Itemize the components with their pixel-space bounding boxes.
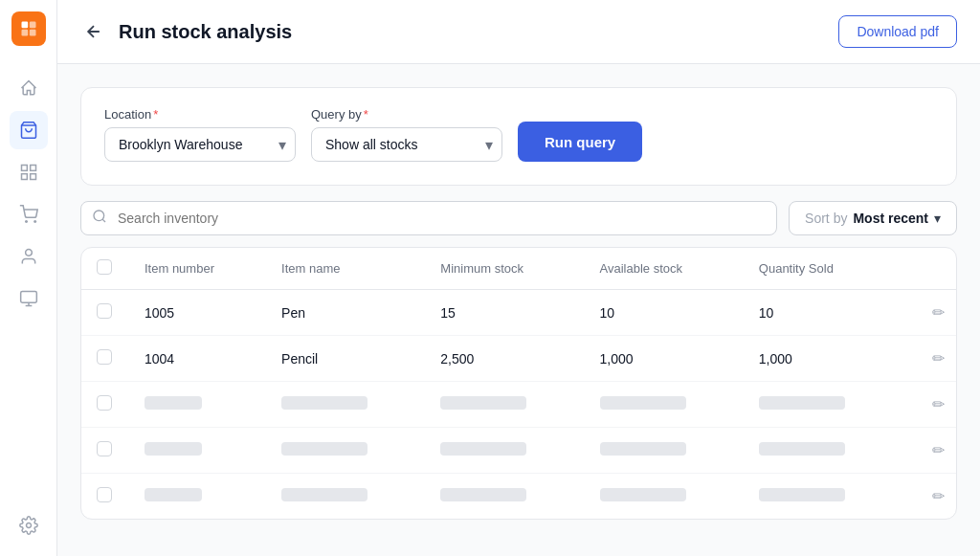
svg-rect-7 [21, 174, 27, 180]
skeleton-edit[interactable]: ✏ [902, 428, 956, 474]
row-checkbox-0[interactable] [97, 303, 112, 319]
sidebar-item-user[interactable] [10, 237, 48, 276]
cell-edit[interactable]: ✏ [902, 336, 956, 382]
svg-rect-5 [21, 166, 27, 171]
query-label: Query by* [311, 107, 502, 122]
edit-icon[interactable]: ✏ [932, 396, 945, 412]
location-select-wrapper: Brooklyn Warehouse Manhattan Store Queen… [104, 127, 296, 162]
query-select[interactable]: Show all stocks Low stock Out of stock [311, 127, 502, 162]
edit-icon[interactable]: ✏ [932, 488, 945, 504]
skeleton-avail [585, 474, 744, 520]
sidebar-item-grid[interactable] [10, 153, 48, 191]
query-field-group: Query by* Show all stocks Low stock Out … [311, 107, 502, 162]
skeleton-min [425, 474, 584, 520]
skeleton-name [266, 382, 425, 428]
main-content: Run stock analysis Download pdf Location… [57, 0, 980, 556]
sort-button[interactable]: Sort by Most recent ▾ [789, 201, 957, 235]
cell-avail-stock: 1,000 [585, 336, 744, 382]
skeleton-qty [744, 474, 902, 520]
table-row-skeleton: ✏ [81, 474, 956, 520]
cell-min-stock: 2,500 [425, 336, 584, 382]
query-row: Location* Brooklyn Warehouse Manhattan S… [104, 107, 933, 162]
location-select[interactable]: Brooklyn Warehouse Manhattan Store Queen… [104, 127, 296, 162]
skeleton-avail [585, 382, 744, 428]
select-all-checkbox[interactable] [97, 259, 112, 275]
cell-item-name: Pencil [266, 336, 425, 382]
col-actions [902, 248, 956, 290]
cell-avail-stock: 10 [585, 290, 744, 336]
skeleton-checkbox-cell [81, 428, 129, 474]
table-body: 1005 Pen 15 10 10 ✏ 1004 Pencil 2,500 1,… [81, 290, 956, 520]
svg-point-11 [25, 250, 32, 256]
sidebar-item-home[interactable] [10, 69, 48, 107]
svg-point-10 [33, 221, 35, 223]
download-pdf-button[interactable]: Download pdf [838, 15, 957, 48]
page-header: Run stock analysis Download pdf [57, 0, 980, 64]
svg-line-17 [102, 219, 105, 222]
col-qty-sold: Quantity Sold [744, 248, 902, 290]
skeleton-avail [585, 428, 744, 474]
edit-icon[interactable]: ✏ [932, 350, 945, 367]
sidebar-nav [0, 69, 56, 318]
svg-rect-3 [29, 30, 35, 36]
cell-qty-sold: 1,000 [744, 336, 902, 382]
table-row-skeleton: ✏ [81, 382, 956, 428]
search-input[interactable] [80, 201, 777, 235]
edit-icon[interactable]: ✏ [932, 442, 945, 458]
svg-point-15 [26, 523, 31, 528]
inventory-table: Item number Item name Minimum stock Avai… [81, 248, 956, 519]
cell-item-number: 1005 [129, 290, 266, 336]
cell-qty-sold: 10 [744, 290, 902, 336]
sidebar-item-shopping[interactable] [10, 111, 48, 149]
search-icon [92, 209, 107, 228]
col-item-name: Item name [266, 248, 425, 290]
skeleton-checkbox-2[interactable] [97, 487, 112, 502]
cell-edit[interactable]: ✏ [902, 290, 956, 336]
svg-rect-12 [20, 292, 36, 303]
col-min-stock: Minimum stock [425, 248, 584, 290]
svg-rect-6 [30, 166, 35, 171]
table-header: Item number Item name Minimum stock Avai… [81, 248, 956, 290]
search-wrapper [80, 201, 777, 235]
header-left: Run stock analysis [80, 18, 292, 45]
cell-min-stock: 15 [425, 290, 584, 336]
col-item-number: Item number [129, 248, 266, 290]
location-label: Location* [104, 107, 296, 122]
skeleton-name [266, 474, 425, 520]
skeleton-edit[interactable]: ✏ [902, 474, 956, 520]
edit-icon[interactable]: ✏ [932, 304, 945, 321]
cell-item-number: 1004 [129, 336, 266, 382]
app-logo [11, 11, 46, 46]
back-button[interactable] [80, 18, 107, 45]
col-avail-stock: Available stock [585, 248, 744, 290]
sidebar-item-monitor[interactable] [10, 279, 48, 318]
svg-rect-1 [29, 22, 35, 29]
row-checkbox-1[interactable] [97, 349, 112, 365]
search-sort-row: Sort by Most recent ▾ [80, 201, 957, 235]
skeleton-num [129, 382, 266, 428]
sort-value: Most recent [853, 211, 928, 226]
skeleton-name [266, 428, 425, 474]
skeleton-checkbox-cell [81, 474, 129, 520]
sidebar-item-cart[interactable] [10, 195, 48, 234]
table-row-skeleton: ✏ [81, 428, 956, 474]
sidebar-item-settings[interactable] [10, 506, 48, 545]
sort-label: Sort by [805, 211, 847, 226]
table-header-row: Item number Item name Minimum stock Avai… [81, 248, 956, 290]
sort-chevron-icon: ▾ [934, 211, 941, 226]
svg-rect-2 [21, 30, 28, 36]
svg-rect-0 [21, 22, 28, 29]
page-title: Run stock analysis [119, 21, 292, 43]
row-checkbox-cell [81, 290, 129, 336]
skeleton-num [129, 428, 266, 474]
sidebar [0, 0, 57, 556]
run-query-button[interactable]: Run query [518, 122, 642, 162]
svg-point-9 [25, 221, 27, 223]
content-area: Location* Brooklyn Warehouse Manhattan S… [57, 64, 980, 556]
skeleton-edit[interactable]: ✏ [902, 382, 956, 428]
table-row: 1004 Pencil 2,500 1,000 1,000 ✏ [81, 336, 956, 382]
skeleton-checkbox-1[interactable] [97, 441, 112, 456]
skeleton-checkbox-0[interactable] [97, 395, 112, 411]
svg-rect-8 [30, 174, 35, 180]
table-row: 1005 Pen 15 10 10 ✏ [81, 290, 956, 336]
